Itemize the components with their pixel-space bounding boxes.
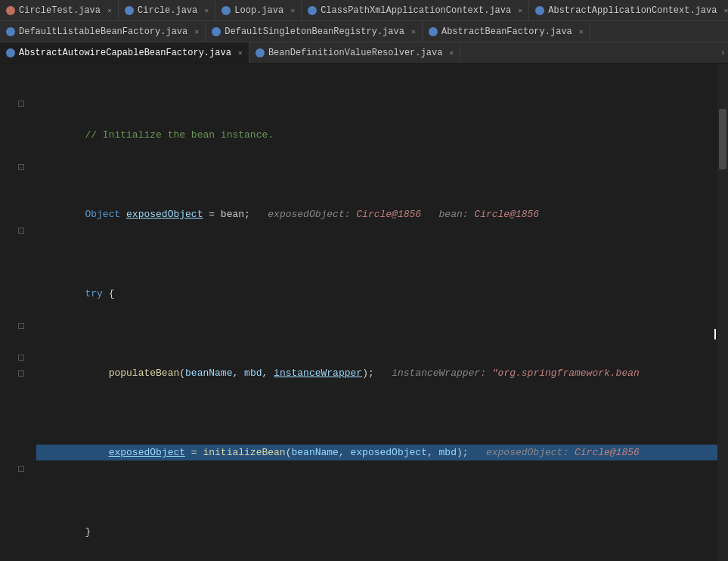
param-exposedobj2: exposedObject	[351, 445, 427, 460]
tab-label-abstractbean: AbstractBeanFactory.java	[441, 26, 572, 37]
tab-close-loop[interactable]: ✕	[290, 6, 295, 15]
gutter-line-25	[0, 445, 30, 460]
code-indent	[38, 206, 85, 222]
tab-defaultsingleton[interactable]: DefaultSingletonBeanRegistry.java ✕	[206, 21, 423, 42]
tab-scroll-right[interactable]: ›	[717, 42, 728, 63]
tab-bar-row1: CircleTest.java ✕ Circle.java ✕ Loop.jav…	[0, 0, 728, 21]
kw-try: try	[85, 286, 102, 302]
code-comma1: ,	[232, 365, 244, 381]
tab-abstractbean[interactable]: AbstractBeanFactory.java ✕	[423, 21, 590, 42]
tab-label-defaultlistable: DefaultListableBeanFactory.java	[19, 26, 187, 37]
code-line-comment: // Initialize the bean instance.	[36, 127, 717, 143]
fold-icon-else[interactable]: -	[18, 228, 24, 234]
code-indent	[38, 445, 109, 460]
fold-icon-try[interactable]: -	[18, 101, 24, 107]
fold-icon-if-early[interactable]: -	[18, 323, 24, 329]
gutter-line-6	[0, 143, 30, 159]
scroll-thumb[interactable]	[719, 109, 726, 169]
text-cursor	[714, 328, 716, 339]
gutter-line-24	[0, 429, 30, 445]
tab-abstractapp[interactable]: AbstractApplicationContext.java ✕	[529, 0, 728, 20]
tab-classpathxml[interactable]: ClassPathXmlApplicationContext.java ✕	[302, 0, 529, 20]
gutter-line-2	[0, 79, 30, 95]
gutter-line-26: -	[0, 460, 30, 476]
tab-icon-circle	[125, 6, 134, 15]
gutter-line-5	[0, 127, 30, 143]
method-initbean: initializeBean	[203, 445, 285, 460]
code-eq: = bean;	[203, 206, 256, 222]
fold-icon-if-exposed[interactable]: -	[18, 370, 24, 377]
code-line-obj-decl: Object exposedObject = bean; exposedObje…	[36, 206, 717, 222]
tab-icon-defaultlistable	[6, 27, 15, 36]
tab-beandefinition[interactable]: BeanDefinitionValueResolver.java ✕	[249, 42, 460, 63]
code-paren2: (	[286, 445, 292, 460]
tab-circle[interactable]: Circle.java ✕	[119, 0, 215, 20]
tab-label-classpathxml: ClassPathXmlApplicationContext.java	[321, 5, 511, 16]
gutter-line-9	[0, 191, 30, 206]
comment-text: // Initialize the bean instance.	[38, 127, 274, 143]
gutter-line-22	[0, 397, 30, 413]
gutter-line-19: -	[0, 349, 30, 365]
tab-close-abstractapp[interactable]: ✕	[723, 6, 728, 15]
kw-object: Object	[85, 206, 120, 222]
code-paren: (	[179, 365, 185, 381]
fold-icon-if-notnull[interactable]: -	[18, 355, 24, 361]
tab-close-abstractbean[interactable]: ✕	[579, 27, 584, 36]
gutter-line-3: -	[0, 95, 30, 111]
tab-label-circle: Circle.java	[138, 5, 197, 16]
code-indent	[38, 286, 85, 302]
code-semi1: );	[362, 365, 379, 381]
tab-loop[interactable]: Loop.java ✕	[215, 0, 302, 20]
code-comma4: ,	[427, 445, 439, 460]
gutter-line-20: -	[0, 365, 30, 381]
code-content: // Initialize the bean instance. Object …	[33, 64, 717, 561]
tab-close-circletest[interactable]: ✕	[107, 6, 112, 15]
right-scrollbar[interactable]	[717, 64, 728, 561]
hint-eo-val: Circle@1856	[575, 445, 640, 460]
tab-defaultlistable[interactable]: DefaultListableBeanFactory.java ✕	[0, 21, 206, 42]
code-indent	[38, 365, 109, 381]
hint-eo: exposedObject:	[474, 445, 575, 460]
gutter-line-1	[0, 64, 30, 79]
gutter-line-14	[0, 270, 30, 286]
tab-close-abstractautowire[interactable]: ✕	[238, 48, 243, 57]
code-line-try: try {	[36, 286, 717, 302]
method-populate: populateBean	[109, 365, 180, 381]
code-indent	[38, 524, 85, 540]
tab-close-defaultlistable[interactable]: ✕	[194, 27, 199, 36]
tab-label-abstractautowire: AbstractAutowireCapableBeanFactory.java	[19, 48, 231, 58]
tab-close-classpathxml[interactable]: ✕	[518, 6, 522, 15]
tab-icon-defaultsingleton	[212, 27, 221, 36]
tab-icon-abstractautowire	[6, 48, 15, 57]
fold-icon-catch[interactable]: -	[18, 164, 24, 170]
param-beanname1: beanName	[185, 365, 232, 381]
tab-icon-abstractbean	[429, 27, 438, 36]
tab-close-circle[interactable]: ✕	[204, 6, 209, 15]
hint-exposed: exposedObject:	[256, 206, 357, 222]
tab-close-defaultsingleton[interactable]: ✕	[411, 27, 416, 36]
param-mbd1: mbd	[244, 365, 262, 381]
code-semi2: );	[457, 445, 474, 460]
gutter-line-17: -	[0, 318, 30, 333]
gutter-line-12	[0, 238, 30, 254]
gutter-line-16	[0, 302, 30, 318]
tab-circletest[interactable]: CircleTest.java ✕	[0, 0, 119, 20]
tab-close-beandefinition[interactable]: ✕	[449, 48, 454, 57]
gutter-line-23	[0, 413, 30, 429]
fold-icon-for[interactable]: -	[18, 466, 24, 472]
tab-bar-row2: DefaultListableBeanFactory.java ✕ Defaul…	[0, 21, 728, 42]
code-brace-close1: }	[85, 524, 91, 540]
gutter-line-11: -	[0, 222, 30, 238]
editor-area: - - - - - - -	[0, 64, 728, 561]
tab-label-circletest: CircleTest.java	[19, 5, 101, 16]
gutter-line-21	[0, 381, 30, 397]
var-exposedObject-assign: exposedObject	[109, 445, 185, 460]
tab-label-abstractapp: AbstractApplicationContext.java	[548, 5, 717, 16]
tab-abstractautowire[interactable]: AbstractAutowireCapableBeanFactory.java …	[0, 42, 249, 63]
code-line-close1: }	[36, 524, 717, 540]
tab-icon-loop	[221, 6, 231, 15]
line-number-gutter: - - - - - - -	[0, 64, 33, 561]
tab-icon-abstractapp	[535, 6, 544, 15]
tab-label-defaultsingleton: DefaultSingletonBeanRegistry.java	[225, 26, 404, 37]
tab-icon-circletest	[6, 6, 15, 15]
